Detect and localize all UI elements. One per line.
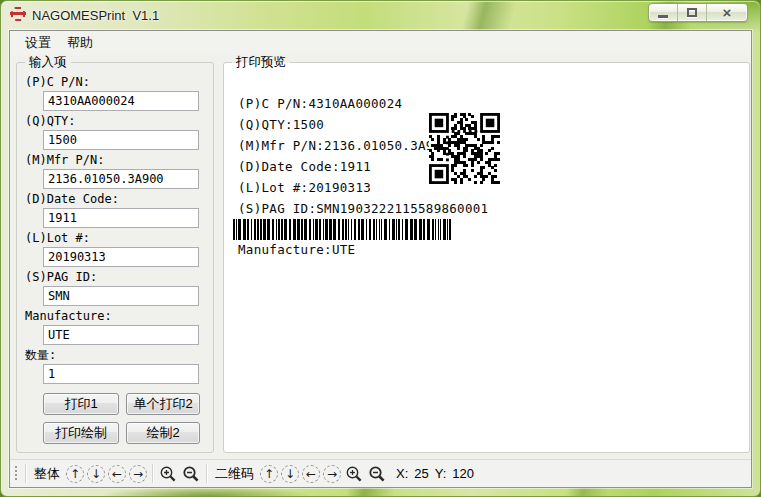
- title-bar[interactable]: NAGOMESPrint V1.1 ×: [1, 1, 760, 30]
- window-controls: ×: [648, 3, 748, 22]
- preview-line-manufacture: Manufacture:UTE: [238, 242, 355, 257]
- app-window: NAGOMESPrint V1.1 × 设置 帮助 输入项 (P)C P/N: …: [0, 0, 761, 497]
- qr-move-down-button[interactable]: ↓: [281, 465, 299, 483]
- arrow-down-icon: ↓: [91, 468, 101, 480]
- field-label-quantity: 数量:: [25, 348, 213, 362]
- input-panel: 输入项 (P)C P/N: (Q)QTY: (M)Mfr P/N: (D)Dat…: [16, 62, 214, 453]
- arrow-right-icon: →: [133, 468, 143, 480]
- whole-label: 整体: [31, 465, 63, 483]
- arrow-up-icon: ↑: [264, 468, 274, 480]
- close-icon: ×: [723, 5, 732, 20]
- toolbar-grip[interactable]: [14, 465, 18, 482]
- whole-move-left-button[interactable]: ←: [108, 465, 126, 483]
- qr-move-right-button[interactable]: →: [323, 465, 341, 483]
- whole-move-up-button[interactable]: ↑: [66, 465, 84, 483]
- field-input-pagid[interactable]: [43, 286, 199, 306]
- field-label-lot: (L)Lot #:: [25, 231, 213, 245]
- single-print2-button[interactable]: 单个打印2: [126, 393, 200, 415]
- field-label-pcpn: (P)C P/N:: [25, 75, 213, 89]
- minimize-button[interactable]: [649, 4, 678, 21]
- window-title: NAGOMESPrint V1.1: [32, 8, 159, 23]
- zoom-in-icon: [345, 465, 363, 483]
- preview-panel-title: 打印预览: [232, 55, 290, 70]
- input-fields: (P)C P/N: (Q)QTY: (M)Mfr P/N: (D)Date Co…: [17, 63, 213, 384]
- whole-zoom-out-button[interactable]: [181, 464, 201, 484]
- field-label-datecode: (D)Date Code:: [25, 192, 213, 206]
- menu-help[interactable]: 帮助: [59, 31, 101, 55]
- field-label-manufacture: Manufacture:: [25, 309, 213, 323]
- print1-button[interactable]: 打印1: [43, 393, 119, 415]
- zoom-out-icon: [182, 465, 200, 483]
- barcode-image: [233, 219, 452, 240]
- qr-code-image: [429, 113, 500, 185]
- whole-zoom-in-button[interactable]: [158, 464, 178, 484]
- coordinate-x-value: 25: [414, 466, 428, 481]
- status-toolbar: 整体 ↑ ↓ ← → 二维码: [10, 459, 751, 487]
- field-input-mfrpn[interactable]: [43, 169, 199, 189]
- coordinate-readout: X: 25 Y: 120: [396, 466, 474, 481]
- whole-move-right-button[interactable]: →: [129, 465, 147, 483]
- field-label-mfrpn: (M)Mfr P/N:: [25, 153, 213, 167]
- arrow-left-icon: ←: [306, 468, 316, 480]
- coordinate-x-label: X:: [396, 466, 408, 481]
- menu-settings[interactable]: 设置: [17, 31, 59, 55]
- preview-panel: 打印预览 (P)C P/N:4310AA000024 (Q)QTY:1500 (…: [223, 62, 750, 453]
- toolbar-separator: [152, 464, 153, 483]
- field-input-lot[interactable]: [43, 247, 199, 267]
- input-panel-title: 输入项: [25, 55, 71, 70]
- field-input-quantity[interactable]: [43, 364, 199, 384]
- field-label-pagid: (S)PAG ID:: [25, 270, 213, 284]
- arrow-left-icon: ←: [112, 468, 122, 480]
- field-label-qty: (Q)QTY:: [25, 114, 213, 128]
- draw2-button[interactable]: 绘制2: [126, 422, 200, 444]
- minimize-icon: [658, 15, 668, 18]
- coordinate-y-value: 120: [452, 466, 474, 481]
- toolbar-separator: [206, 464, 207, 483]
- zoom-out-icon: [368, 465, 386, 483]
- field-input-pcpn[interactable]: [43, 91, 199, 111]
- menu-bar: 设置 帮助: [10, 31, 751, 55]
- field-input-qty[interactable]: [43, 130, 199, 150]
- main-area: 输入项 (P)C P/N: (Q)QTY: (M)Mfr P/N: (D)Dat…: [10, 55, 751, 458]
- field-input-manufacture[interactable]: [43, 325, 199, 345]
- qr-zoom-in-button[interactable]: [344, 464, 364, 484]
- maximize-icon: [687, 8, 697, 17]
- qr-zoom-out-button[interactable]: [367, 464, 387, 484]
- maximize-button[interactable]: [678, 4, 707, 21]
- whole-move-down-button[interactable]: ↓: [87, 465, 105, 483]
- coordinate-y-label: Y:: [435, 466, 447, 481]
- app-icon: [11, 7, 25, 21]
- arrow-down-icon: ↓: [285, 468, 295, 480]
- client-area: 设置 帮助 输入项 (P)C P/N: (Q)QTY: (M)Mfr P/N: …: [9, 30, 752, 488]
- toolbar-separator: [25, 464, 26, 483]
- close-button[interactable]: ×: [707, 4, 747, 21]
- qr-label: 二维码: [212, 465, 257, 483]
- qr-move-left-button[interactable]: ←: [302, 465, 320, 483]
- zoom-in-icon: [159, 465, 177, 483]
- field-input-datecode[interactable]: [43, 208, 199, 228]
- print-draw-button[interactable]: 打印绘制: [43, 422, 119, 444]
- arrow-right-icon: →: [327, 468, 337, 480]
- arrow-up-icon: ↑: [70, 468, 80, 480]
- qr-move-up-button[interactable]: ↑: [260, 465, 278, 483]
